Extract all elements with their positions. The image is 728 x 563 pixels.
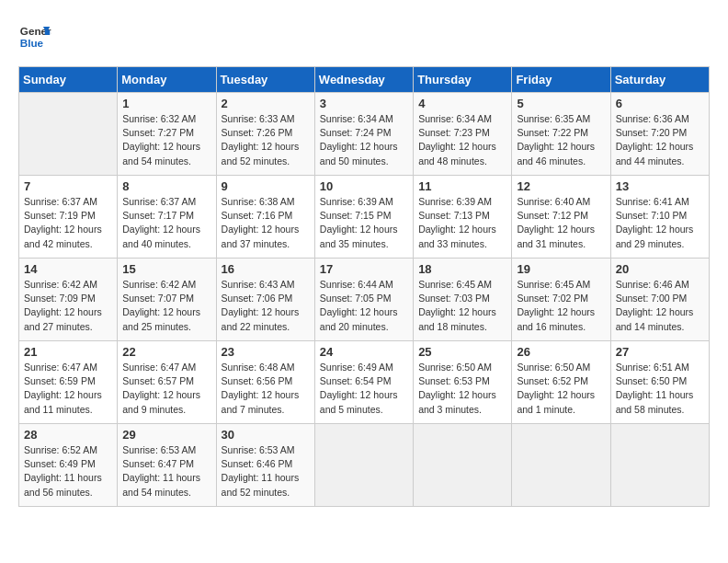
day-info: Sunrise: 6:35 AM Sunset: 7:22 PM Dayligh… [517,112,605,168]
calendar-cell: 21Sunrise: 6:47 AM Sunset: 6:59 PM Dayli… [19,341,118,424]
calendar-cell: 22Sunrise: 6:47 AM Sunset: 6:57 PM Dayli… [118,341,216,424]
calendar-cell: 13Sunrise: 6:41 AM Sunset: 7:10 PM Dayli… [610,176,709,259]
calendar-cell: 25Sunrise: 6:50 AM Sunset: 6:53 PM Dayli… [414,341,512,424]
day-info: Sunrise: 6:34 AM Sunset: 7:23 PM Dayligh… [418,112,506,168]
calendar-cell: 15Sunrise: 6:42 AM Sunset: 7:07 PM Dayli… [118,259,216,341]
calendar-header: SundayMondayTuesdayWednesdayThursdayFrid… [19,67,710,93]
day-info: Sunrise: 6:42 AM Sunset: 7:09 PM Dayligh… [24,278,112,334]
calendar-cell: 10Sunrise: 6:39 AM Sunset: 7:15 PM Dayli… [314,176,413,259]
day-info: Sunrise: 6:41 AM Sunset: 7:10 PM Dayligh… [616,195,704,251]
day-number: 11 [418,179,506,193]
calendar-cell: 17Sunrise: 6:44 AM Sunset: 7:05 PM Dayli… [314,259,413,341]
day-number: 25 [418,345,506,359]
day-info: Sunrise: 6:47 AM Sunset: 6:57 PM Dayligh… [122,361,210,417]
day-number: 6 [616,97,704,110]
calendar-cell: 11Sunrise: 6:39 AM Sunset: 7:13 PM Dayli… [414,176,512,259]
day-number: 1 [122,97,210,110]
day-number: 28 [24,428,112,442]
day-info: Sunrise: 6:46 AM Sunset: 7:00 PM Dayligh… [616,278,704,334]
day-number: 15 [122,262,210,276]
day-info: Sunrise: 6:33 AM Sunset: 7:26 PM Dayligh… [222,112,310,168]
calendar-table: SundayMondayTuesdayWednesdayThursdayFrid… [18,66,710,507]
calendar-cell: 23Sunrise: 6:48 AM Sunset: 6:56 PM Dayli… [216,341,314,424]
calendar-cell: 2Sunrise: 6:33 AM Sunset: 7:26 PM Daylig… [216,93,314,176]
day-info: Sunrise: 6:44 AM Sunset: 7:05 PM Dayligh… [320,278,408,334]
day-info: Sunrise: 6:39 AM Sunset: 7:15 PM Dayligh… [320,195,408,251]
day-number: 23 [222,345,310,359]
calendar-cell: 7Sunrise: 6:37 AM Sunset: 7:19 PM Daylig… [19,176,118,259]
calendar-cell: 24Sunrise: 6:49 AM Sunset: 6:54 PM Dayli… [314,341,413,424]
day-info: Sunrise: 6:45 AM Sunset: 7:03 PM Dayligh… [418,278,506,334]
day-info: Sunrise: 6:34 AM Sunset: 7:24 PM Dayligh… [320,112,408,168]
day-info: Sunrise: 6:53 AM Sunset: 6:46 PM Dayligh… [222,443,310,500]
weekday-row: SundayMondayTuesdayWednesdayThursdayFrid… [19,67,710,93]
calendar-cell: 9Sunrise: 6:38 AM Sunset: 7:16 PM Daylig… [216,176,314,259]
logo: General Blue [18,18,59,52]
day-info: Sunrise: 6:52 AM Sunset: 6:49 PM Dayligh… [24,443,112,500]
calendar-cell: 4Sunrise: 6:34 AM Sunset: 7:23 PM Daylig… [414,93,512,176]
calendar-cell: 20Sunrise: 6:46 AM Sunset: 7:00 PM Dayli… [610,259,709,341]
calendar-cell: 19Sunrise: 6:45 AM Sunset: 7:02 PM Dayli… [512,259,610,341]
day-number: 10 [320,179,408,193]
day-number: 30 [222,428,310,442]
day-number: 16 [222,262,310,276]
day-info: Sunrise: 6:36 AM Sunset: 7:20 PM Dayligh… [616,112,704,168]
day-info: Sunrise: 6:42 AM Sunset: 7:07 PM Dayligh… [122,278,210,334]
day-info: Sunrise: 6:45 AM Sunset: 7:02 PM Dayligh… [517,278,605,334]
day-info: Sunrise: 6:50 AM Sunset: 6:52 PM Dayligh… [517,361,605,417]
day-info: Sunrise: 6:49 AM Sunset: 6:54 PM Dayligh… [320,361,408,417]
day-number: 3 [320,97,408,110]
day-number: 5 [517,97,605,110]
day-number: 12 [517,179,605,193]
logo-icon: General Blue [18,18,51,52]
day-number: 4 [418,97,506,110]
day-info: Sunrise: 6:50 AM Sunset: 6:53 PM Dayligh… [418,361,506,417]
day-number: 9 [222,179,310,193]
day-info: Sunrise: 6:38 AM Sunset: 7:16 PM Dayligh… [222,195,310,251]
day-number: 18 [418,262,506,276]
calendar-cell: 14Sunrise: 6:42 AM Sunset: 7:09 PM Dayli… [19,259,118,341]
day-info: Sunrise: 6:37 AM Sunset: 7:17 PM Dayligh… [122,195,210,251]
calendar-week-1: 1Sunrise: 6:32 AM Sunset: 7:27 PM Daylig… [19,93,710,176]
calendar-cell [19,93,118,176]
weekday-header-sunday: Sunday [19,67,118,93]
day-number: 21 [24,345,112,359]
calendar-week-5: 28Sunrise: 6:52 AM Sunset: 6:49 PM Dayli… [19,424,710,507]
calendar-cell: 26Sunrise: 6:50 AM Sunset: 6:52 PM Dayli… [512,341,610,424]
day-number: 27 [616,345,704,359]
day-number: 26 [517,345,605,359]
calendar-cell: 16Sunrise: 6:43 AM Sunset: 7:06 PM Dayli… [216,259,314,341]
calendar-cell [512,424,610,507]
calendar-cell: 6Sunrise: 6:36 AM Sunset: 7:20 PM Daylig… [610,93,709,176]
calendar-body: 1Sunrise: 6:32 AM Sunset: 7:27 PM Daylig… [19,93,710,507]
weekday-header-tuesday: Tuesday [216,67,314,93]
day-info: Sunrise: 6:37 AM Sunset: 7:19 PM Dayligh… [24,195,112,251]
day-info: Sunrise: 6:47 AM Sunset: 6:59 PM Dayligh… [24,361,112,417]
calendar-week-4: 21Sunrise: 6:47 AM Sunset: 6:59 PM Dayli… [19,341,710,424]
day-number: 29 [122,428,210,442]
calendar-cell [610,424,709,507]
svg-marker-3 [45,30,50,35]
calendar-cell: 1Sunrise: 6:32 AM Sunset: 7:27 PM Daylig… [118,93,216,176]
calendar-week-2: 7Sunrise: 6:37 AM Sunset: 7:19 PM Daylig… [19,176,710,259]
calendar-cell: 3Sunrise: 6:34 AM Sunset: 7:24 PM Daylig… [314,93,413,176]
calendar-cell [314,424,413,507]
weekday-header-wednesday: Wednesday [314,67,413,93]
day-number: 20 [616,262,704,276]
calendar-cell: 29Sunrise: 6:53 AM Sunset: 6:47 PM Dayli… [118,424,216,507]
day-number: 22 [122,345,210,359]
calendar-cell: 27Sunrise: 6:51 AM Sunset: 6:50 PM Dayli… [610,341,709,424]
day-number: 17 [320,262,408,276]
calendar-cell: 12Sunrise: 6:40 AM Sunset: 7:12 PM Dayli… [512,176,610,259]
day-info: Sunrise: 6:51 AM Sunset: 6:50 PM Dayligh… [616,361,704,417]
day-number: 19 [517,262,605,276]
day-number: 2 [222,97,310,110]
calendar-cell [414,424,512,507]
calendar-cell: 28Sunrise: 6:52 AM Sunset: 6:49 PM Dayli… [19,424,118,507]
weekday-header-thursday: Thursday [414,67,512,93]
calendar-cell: 5Sunrise: 6:35 AM Sunset: 7:22 PM Daylig… [512,93,610,176]
weekday-header-monday: Monday [118,67,216,93]
calendar-week-3: 14Sunrise: 6:42 AM Sunset: 7:09 PM Dayli… [19,259,710,341]
day-info: Sunrise: 6:48 AM Sunset: 6:56 PM Dayligh… [222,361,310,417]
day-number: 7 [24,179,112,193]
